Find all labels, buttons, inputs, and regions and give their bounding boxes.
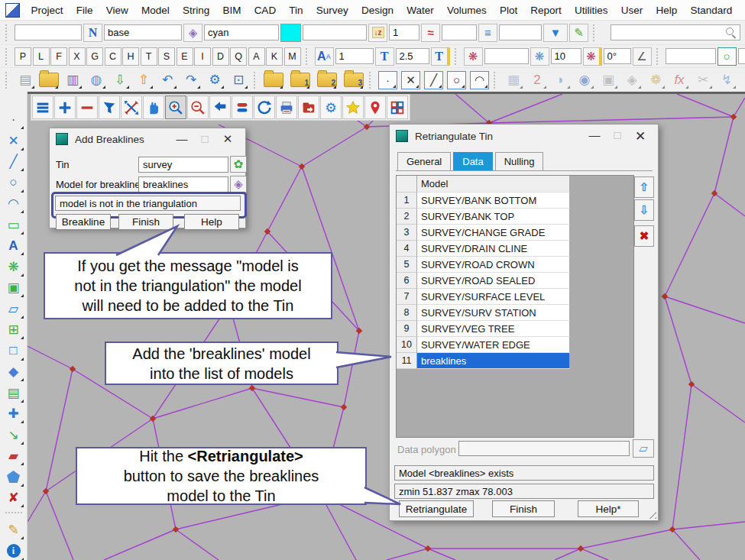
grid-string-icon[interactable]: ⊞: [4, 320, 24, 339]
close-icon[interactable]: ✕: [629, 128, 652, 144]
toolbar-grip[interactable]: [455, 48, 459, 65]
table-row[interactable]: 11breaklines: [397, 353, 633, 369]
z-value-field[interactable]: 1: [389, 24, 419, 40]
views-grid-icon[interactable]: [387, 95, 408, 119]
menu-user[interactable]: User: [614, 2, 649, 19]
view-settings-icon[interactable]: ⚙: [320, 95, 342, 119]
refresh-view-icon[interactable]: [254, 95, 275, 119]
table-row[interactable]: 8SURVEY/SURV STATION: [397, 305, 633, 321]
snap-t-button[interactable]: T: [141, 47, 157, 66]
angle-field[interactable]: 0°: [604, 48, 631, 64]
tab-data[interactable]: Data: [453, 152, 492, 170]
snap-i-button[interactable]: I: [194, 47, 211, 66]
save-project-icon[interactable]: ▥: [62, 70, 83, 90]
menu-volumes[interactable]: Volumes: [440, 2, 493, 19]
arc-snap-icon[interactable]: ◠: [470, 71, 489, 89]
string-node-icon[interactable]: ✕: [4, 131, 24, 151]
snap-l-button[interactable]: L: [33, 47, 50, 66]
menu-standard[interactable]: Standard: [684, 2, 739, 19]
maximize-icon[interactable]: □: [193, 132, 216, 146]
snap-q-button[interactable]: Q: [230, 47, 247, 66]
tin-layers-icon[interactable]: ◈: [621, 70, 643, 90]
image-add-icon[interactable]: ▤: [4, 384, 24, 403]
polygon-snap-icon[interactable]: ○: [447, 71, 466, 89]
previous-view-icon[interactable]: [209, 95, 231, 119]
row-model-cell[interactable]: SURVEY/VEG TREE: [417, 321, 570, 337]
toolbar-grip[interactable]: [254, 72, 258, 89]
polyline-icon[interactable]: ↯: [716, 70, 737, 90]
table-row[interactable]: 6SURVEY/ROAD SEALED: [397, 273, 633, 289]
delete-point-icon[interactable]: ✘: [4, 488, 24, 507]
info-icon[interactable]: i: [4, 542, 24, 560]
redo-icon[interactable]: ↷: [180, 70, 202, 90]
menu-tin[interactable]: Tin: [283, 2, 309, 19]
image-icon[interactable]: ▣: [598, 70, 619, 90]
toolbar-grip[interactable]: [656, 48, 661, 65]
finish-button[interactable]: Finish: [492, 500, 555, 517]
text-height-field[interactable]: 1: [335, 48, 374, 64]
menu-plot[interactable]: Plot: [493, 2, 523, 19]
snap-d-button[interactable]: D: [212, 47, 229, 66]
table-row[interactable]: 2SURVEY/BANK TOP: [397, 209, 633, 225]
toolbar-grip[interactable]: [494, 72, 498, 89]
tools-icon[interactable]: ✦: [740, 70, 745, 90]
text-size-field[interactable]: 2.5: [396, 48, 429, 64]
menu-string[interactable]: String: [176, 2, 215, 19]
text-height-icon[interactable]: AA: [315, 47, 334, 66]
settings-gear-icon[interactable]: ⚙: [204, 70, 225, 90]
toolbar-grip[interactable]: [5, 48, 10, 65]
edit-tools-icon[interactable]: ✎: [4, 520, 24, 539]
write-view-icon[interactable]: [298, 95, 319, 119]
row-model-cell[interactable]: SURVEY/SURV STATION: [417, 305, 570, 321]
add-breaklines-titlebar[interactable]: Add Breaklines — □ ✕: [50, 128, 245, 150]
model-picker-layers-icon[interactable]: ◈: [230, 176, 247, 193]
menu-help[interactable]: Help: [649, 2, 684, 19]
help-button[interactable]: Help*: [578, 500, 639, 517]
tin-select-icon[interactable]: ○: [717, 47, 737, 66]
polygon-pick-icon[interactable]: ▱: [633, 439, 654, 458]
model-table[interactable]: Model1SURVEY/BANK BOTTOM2SURVEY/BANK TOP…: [396, 175, 634, 438]
favourites-icon[interactable]: [342, 95, 364, 119]
pan-icon[interactable]: [143, 95, 164, 119]
arc-string-icon[interactable]: ◠: [4, 194, 24, 213]
calendar-icon[interactable]: 2: [526, 70, 548, 90]
close-icon[interactable]: ✕: [216, 132, 239, 146]
undo-icon[interactable]: ↶: [157, 70, 178, 90]
user-profile-icon[interactable]: ◉: [574, 70, 595, 90]
menu-view[interactable]: View: [99, 2, 134, 19]
row-model-cell[interactable]: SURVEY/BANK BOTTOM: [417, 193, 570, 209]
tin-field[interactable]: [666, 48, 716, 64]
import-icon[interactable]: ⇩: [109, 70, 131, 90]
pick-arrow-icon[interactable]: ↘: [4, 426, 24, 445]
snap-f-button[interactable]: F: [50, 47, 67, 66]
lineweight-icon[interactable]: ≡: [478, 24, 497, 42]
menu-bim[interactable]: BIM: [216, 2, 248, 19]
menu-design[interactable]: Design: [355, 2, 400, 19]
toolbar-grip[interactable]: [5, 72, 10, 89]
snap-s-button[interactable]: S: [158, 47, 175, 66]
minimize-icon[interactable]: —: [583, 128, 606, 144]
menu-file[interactable]: File: [70, 2, 99, 19]
table-row[interactable]: 3SURVEY/CHANGE GRADE: [397, 225, 633, 241]
model-layers-icon[interactable]: ◈: [183, 24, 202, 42]
fx-icon[interactable]: fx: [669, 70, 690, 90]
pentagon-icon[interactable]: [4, 468, 24, 487]
snap-g-button[interactable]: G: [86, 47, 103, 66]
move-icon[interactable]: ✚: [4, 404, 24, 423]
name-field[interactable]: base: [104, 24, 182, 40]
search-field[interactable]: [611, 24, 740, 40]
blank-field-1[interactable]: [303, 24, 367, 40]
symbol-size-icon[interactable]: ❋: [583, 47, 602, 66]
symbol-icon[interactable]: ❋: [530, 47, 549, 66]
locate-icon[interactable]: [364, 95, 386, 119]
menu-report[interactable]: Report: [524, 2, 568, 19]
search-icon[interactable]: [725, 27, 737, 38]
linestyle-field[interactable]: [442, 24, 477, 40]
snap-p-button[interactable]: P: [15, 47, 31, 66]
retriangulate-titlebar[interactable]: Retriangulate Tin — □ ✕: [390, 125, 658, 147]
symbol-size-field[interactable]: 10: [551, 48, 581, 64]
help-button[interactable]: Help: [184, 214, 239, 230]
screen-layout-icon[interactable]: ⊡: [228, 70, 249, 90]
colour-swatch[interactable]: [280, 24, 301, 42]
table-row[interactable]: 9SURVEY/VEG TREE: [397, 321, 633, 337]
